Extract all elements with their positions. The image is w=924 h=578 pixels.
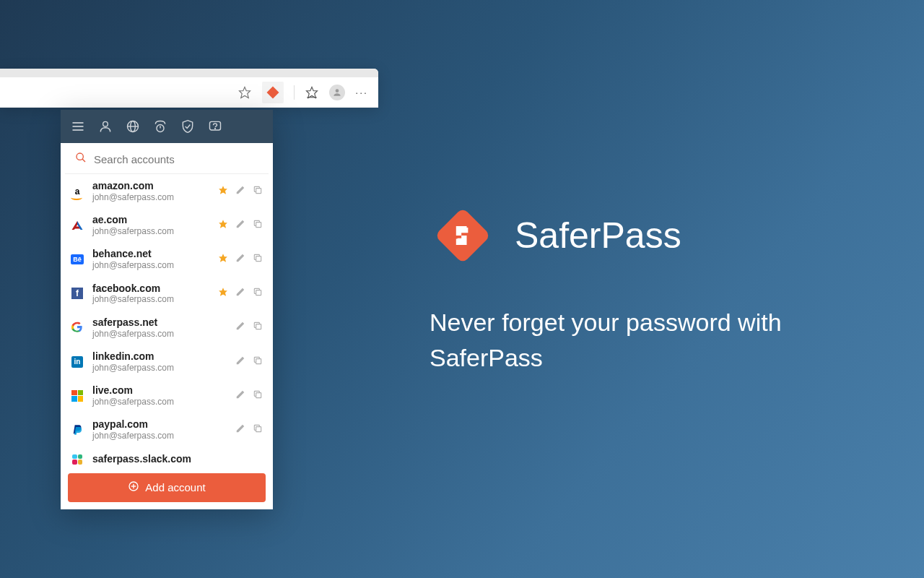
add-account-button[interactable]: Add account	[68, 473, 266, 502]
brand-name: SaferPass	[515, 215, 681, 256]
copy-icon[interactable]	[253, 321, 263, 334]
menu-icon[interactable]	[71, 119, 85, 134]
account-email: john@saferpass.com	[92, 226, 209, 236]
slack-icon	[71, 453, 84, 466]
account-row[interactable]: Bē behance.net john@saferpass.com	[61, 242, 273, 276]
svg-rect-25	[256, 290, 261, 296]
edit-icon[interactable]	[235, 389, 245, 402]
account-row[interactable]: saferpass.net john@saferpass.com	[61, 311, 273, 345]
facebook-icon: f	[71, 287, 84, 300]
behance-icon: Bē	[71, 253, 84, 266]
toolbar-divider	[294, 85, 295, 100]
copy-icon[interactable]	[253, 355, 263, 368]
star-icon[interactable]	[218, 287, 228, 300]
linkedin-icon: in	[71, 355, 84, 368]
svg-marker-2	[307, 87, 318, 98]
timer-icon[interactable]	[153, 119, 167, 134]
copy-icon[interactable]	[253, 185, 263, 198]
account-row[interactable]: in linkedin.com john@saferpass.com	[61, 345, 273, 379]
svg-rect-1	[267, 86, 279, 98]
copy-icon[interactable]	[253, 287, 263, 300]
edit-icon[interactable]	[235, 253, 245, 266]
account-domain: paypal.com	[92, 418, 227, 431]
account-email: john@saferpass.com	[92, 363, 227, 373]
svg-point-16	[77, 153, 83, 160]
svg-rect-29	[256, 427, 261, 432]
identity-icon[interactable]	[98, 119, 113, 134]
paypal-icon	[71, 423, 84, 436]
svg-rect-21	[256, 222, 261, 227]
copy-icon[interactable]	[253, 219, 263, 232]
account-domain: behance.net	[92, 248, 209, 260]
globe-icon[interactable]	[126, 119, 140, 134]
marketing-panel: SaferPass Never forget your password wit…	[430, 202, 834, 376]
svg-line-17	[82, 159, 85, 162]
favorites-icon[interactable]	[305, 85, 319, 100]
svg-point-8	[103, 121, 108, 126]
account-email: john@saferpass.com	[92, 431, 227, 441]
account-domain: saferpass.net	[92, 316, 227, 329]
saferpass-extension-icon[interactable]	[262, 82, 284, 103]
svg-marker-22	[219, 254, 227, 262]
star-icon[interactable]	[218, 185, 228, 198]
copy-icon[interactable]	[253, 253, 263, 266]
svg-point-15	[215, 129, 216, 129]
svg-marker-20	[219, 220, 227, 228]
svg-rect-23	[256, 256, 261, 262]
browser-window: ···	[0, 69, 378, 108]
svg-rect-26	[256, 324, 261, 329]
account-email: john@saferpass.com	[92, 294, 209, 304]
account-row[interactable]: saferpass.slack.com	[61, 447, 273, 466]
account-row[interactable]: live.com john@saferpass.com	[61, 379, 273, 413]
svg-point-4	[336, 89, 339, 92]
search-input[interactable]	[94, 153, 258, 165]
google-icon	[71, 321, 84, 334]
account-domain: live.com	[92, 384, 227, 397]
svg-rect-19	[256, 188, 261, 193]
star-outline-icon[interactable]	[237, 85, 252, 100]
popup-toolbar	[61, 110, 273, 143]
american-eagle-icon	[71, 219, 84, 232]
edit-icon[interactable]	[235, 355, 245, 368]
account-email: john@saferpass.com	[92, 329, 227, 339]
account-email: john@saferpass.com	[92, 397, 227, 407]
account-row[interactable]: ae.com john@saferpass.com	[61, 208, 273, 242]
accounts-list: a amazon.com john@saferpass.com ae.com j…	[61, 174, 273, 466]
account-row[interactable]: f facebook.com john@saferpass.com	[61, 277, 273, 311]
copy-icon[interactable]	[253, 423, 263, 436]
help-icon[interactable]	[208, 119, 222, 134]
browser-tabbar	[0, 69, 378, 77]
svg-rect-28	[256, 392, 261, 397]
star-icon[interactable]	[218, 253, 228, 266]
account-domain: facebook.com	[92, 282, 209, 295]
profile-avatar-icon[interactable]	[329, 85, 345, 100]
account-row[interactable]: a amazon.com john@saferpass.com	[61, 174, 273, 208]
svg-marker-24	[219, 288, 227, 296]
search-row	[65, 143, 269, 174]
star-icon[interactable]	[218, 219, 228, 232]
account-row[interactable]: paypal.com john@saferpass.com	[61, 413, 273, 447]
search-icon	[75, 152, 87, 166]
extension-popup: a amazon.com john@saferpass.com ae.com j…	[61, 110, 273, 509]
plus-circle-icon	[128, 480, 139, 494]
microsoft-icon	[71, 389, 84, 402]
browser-toolbar: ···	[0, 77, 378, 108]
amazon-icon: a	[71, 185, 84, 198]
account-email: john@saferpass.com	[92, 192, 209, 202]
account-domain: ae.com	[92, 214, 209, 226]
account-domain: linkedin.com	[92, 350, 227, 363]
edit-icon[interactable]	[235, 321, 245, 334]
edit-icon[interactable]	[235, 423, 245, 436]
edit-icon[interactable]	[235, 287, 245, 300]
saferpass-logo-icon	[430, 202, 496, 269]
svg-rect-27	[256, 358, 261, 363]
account-domain: saferpass.slack.com	[92, 453, 263, 465]
shield-icon[interactable]	[180, 119, 195, 134]
browser-more-icon[interactable]: ···	[355, 87, 368, 98]
edit-icon[interactable]	[235, 185, 245, 198]
svg-marker-18	[219, 186, 227, 194]
edit-icon[interactable]	[235, 219, 245, 232]
copy-icon[interactable]	[253, 389, 263, 402]
tagline: Never forget your password with SaferPas…	[430, 305, 834, 376]
svg-marker-0	[240, 87, 250, 98]
